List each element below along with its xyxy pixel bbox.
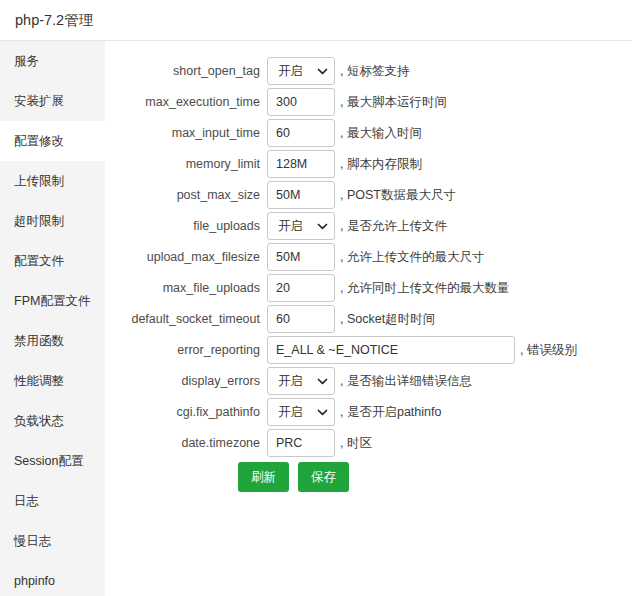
sidebar-item-phpinfo[interactable]: phpinfo	[0, 561, 105, 596]
max-file-uploads-input[interactable]	[267, 274, 335, 302]
field-label: memory_limit	[105, 157, 267, 171]
config-form: short_open_tag 开启 , 短标签支持 max_execution_…	[105, 41, 632, 596]
field-hint: , 短标签支持	[340, 63, 409, 80]
sidebar-item-log[interactable]: 日志	[0, 481, 105, 521]
form-row-cgi-fix-pathinfo: cgi.fix_pathinfo 开启 , 是否开启pathinfo	[105, 398, 632, 426]
field-hint: , 最大输入时间	[340, 125, 422, 142]
field-label: max_input_time	[105, 126, 267, 140]
field-label: max_execution_time	[105, 95, 267, 109]
sidebar-item-timeout-limit[interactable]: 超时限制	[0, 201, 105, 241]
form-row-max-execution-time: max_execution_time , 最大脚本运行时间	[105, 88, 632, 116]
field-label: short_open_tag	[105, 64, 267, 78]
select-value: 开启	[278, 63, 303, 80]
max-execution-time-input[interactable]	[267, 88, 335, 116]
form-row-upload-max-filesize: upload_max_filesize , 允许上传文件的最大尺寸	[105, 243, 632, 271]
chevron-down-icon	[317, 223, 328, 230]
select-value: 开启	[278, 218, 303, 235]
form-row-error-reporting: error_reporting , 错误级别	[105, 336, 632, 364]
save-button[interactable]: 保存	[298, 462, 349, 492]
sidebar-item-disabled-functions[interactable]: 禁用函数	[0, 321, 105, 361]
sidebar: 服务 安装扩展 配置修改 上传限制 超时限制 配置文件 FPM配置文件 禁用函数…	[0, 41, 105, 596]
form-row-file-uploads: file_uploads 开启 , 是否允许上传文件	[105, 212, 632, 240]
select-value: 开启	[278, 373, 303, 390]
chevron-down-icon	[317, 378, 328, 385]
field-hint: , 允许同时上传文件的最大数量	[340, 280, 509, 297]
sidebar-item-load-status[interactable]: 负载状态	[0, 401, 105, 441]
form-row-memory-limit: memory_limit , 脚本内存限制	[105, 150, 632, 178]
field-hint: , 是否允许上传文件	[340, 218, 447, 235]
form-row-default-socket-timeout: default_socket_timeout , Socket超时时间	[105, 305, 632, 333]
cgi-fix-pathinfo-select[interactable]: 开启	[267, 398, 335, 426]
field-label: error_reporting	[105, 343, 267, 357]
file-uploads-select[interactable]: 开启	[267, 212, 335, 240]
sidebar-item-session-config[interactable]: Session配置	[0, 441, 105, 481]
memory-limit-input[interactable]	[267, 150, 335, 178]
page-title: php-7.2管理	[15, 11, 93, 30]
window-header: php-7.2管理	[0, 0, 632, 41]
field-hint: , POST数据最大尺寸	[340, 187, 456, 204]
form-row-short-open-tag: short_open_tag 开启 , 短标签支持	[105, 57, 632, 85]
field-label: default_socket_timeout	[105, 312, 267, 326]
field-hint: , 是否输出详细错误信息	[340, 373, 472, 390]
default-socket-timeout-input[interactable]	[267, 305, 335, 333]
refresh-button[interactable]: 刷新	[238, 462, 289, 492]
chevron-down-icon	[317, 409, 328, 416]
form-row-date-timezone: date.timezone , 时区	[105, 429, 632, 457]
select-value: 开启	[278, 404, 303, 421]
short-open-tag-select[interactable]: 开启	[267, 57, 335, 85]
chevron-down-icon	[317, 68, 328, 75]
sidebar-item-upload-limit[interactable]: 上传限制	[0, 161, 105, 201]
form-row-max-file-uploads: max_file_uploads , 允许同时上传文件的最大数量	[105, 274, 632, 302]
field-hint: , 最大脚本运行时间	[340, 94, 447, 111]
field-hint: , 错误级别	[520, 342, 577, 359]
sidebar-item-install-extensions[interactable]: 安装扩展	[0, 81, 105, 121]
display-errors-select[interactable]: 开启	[267, 367, 335, 395]
post-max-size-input[interactable]	[267, 181, 335, 209]
field-label: display_errors	[105, 374, 267, 388]
field-label: cgi.fix_pathinfo	[105, 405, 267, 419]
field-hint: , Socket超时时间	[340, 311, 435, 328]
field-hint: , 脚本内存限制	[340, 156, 422, 173]
field-hint: , 时区	[340, 435, 372, 452]
sidebar-item-config-modify[interactable]: 配置修改	[0, 121, 105, 161]
form-row-post-max-size: post_max_size , POST数据最大尺寸	[105, 181, 632, 209]
field-label: upload_max_filesize	[105, 250, 267, 264]
error-reporting-input[interactable]	[267, 336, 515, 364]
field-hint: , 是否开启pathinfo	[340, 404, 441, 421]
field-label: date.timezone	[105, 436, 267, 450]
sidebar-item-fpm-config-file[interactable]: FPM配置文件	[0, 281, 105, 321]
upload-max-filesize-input[interactable]	[267, 243, 335, 271]
main-layout: 服务 安装扩展 配置修改 上传限制 超时限制 配置文件 FPM配置文件 禁用函数…	[0, 41, 632, 596]
max-input-time-input[interactable]	[267, 119, 335, 147]
field-label: file_uploads	[105, 219, 267, 233]
sidebar-item-config-file[interactable]: 配置文件	[0, 241, 105, 281]
sidebar-item-performance-tuning[interactable]: 性能调整	[0, 361, 105, 401]
action-buttons: 刷新 保存	[105, 462, 632, 492]
field-label: max_file_uploads	[105, 281, 267, 295]
date-timezone-input[interactable]	[267, 429, 335, 457]
sidebar-item-slow-log[interactable]: 慢日志	[0, 521, 105, 561]
form-row-display-errors: display_errors 开启 , 是否输出详细错误信息	[105, 367, 632, 395]
field-hint: , 允许上传文件的最大尺寸	[340, 249, 484, 266]
sidebar-item-service[interactable]: 服务	[0, 41, 105, 81]
form-row-max-input-time: max_input_time , 最大输入时间	[105, 119, 632, 147]
field-label: post_max_size	[105, 188, 267, 202]
